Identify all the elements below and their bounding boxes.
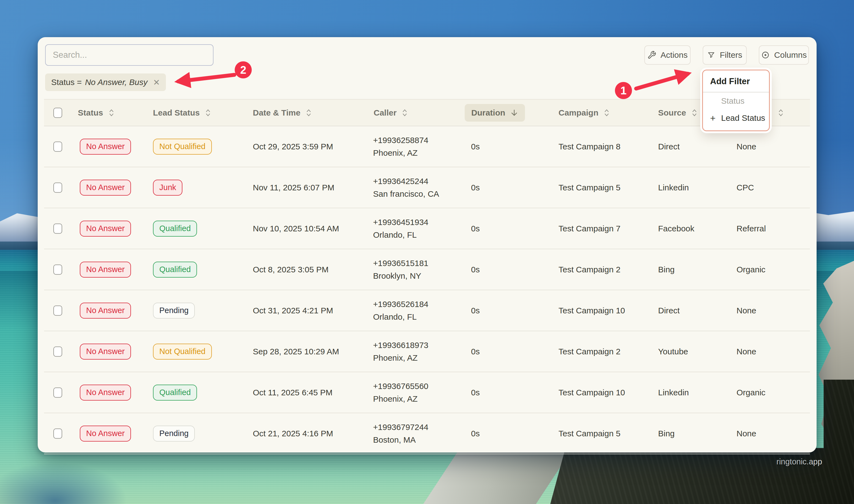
filter-chip-label: Status =	[51, 77, 82, 87]
lead-status-badge: Pending	[153, 426, 195, 442]
caller-phone: +19936797244	[373, 421, 429, 434]
medium-cell: CPC	[737, 183, 754, 192]
filters-button-label: Filters	[720, 50, 742, 60]
table-row[interactable]: No Answer Pending Oct 21, 2025 4:16 PM +…	[44, 413, 810, 454]
select-all-checkbox[interactable]	[53, 108, 62, 118]
medium-cell: Organic	[737, 265, 765, 274]
table-header-row: Status Lead Status Date & Time Caller Du	[44, 99, 810, 126]
row-checkbox[interactable]	[53, 264, 62, 274]
search-input[interactable]	[45, 44, 214, 66]
medium-cell: None	[737, 142, 756, 151]
row-checkbox[interactable]	[53, 305, 62, 316]
caller-location: Phoenix, AZ	[373, 147, 429, 159]
columns-button[interactable]: Columns	[759, 46, 809, 65]
lead-status-badge: Qualified	[153, 262, 197, 277]
caller-phone: +19936526184	[373, 298, 429, 311]
datetime-cell: Oct 29, 2025 3:59 PM	[253, 142, 333, 151]
table-row[interactable]: No Answer Not Qualified Sep 28, 2025 10:…	[44, 331, 810, 372]
sort-icon	[603, 108, 610, 117]
column-header-campaign[interactable]: Campaign	[559, 108, 610, 118]
datetime-cell: Oct 11, 2025 6:45 PM	[253, 388, 333, 397]
duration-cell: 0s	[471, 183, 480, 192]
source-cell: Bing	[658, 265, 675, 274]
column-header-status[interactable]: Status	[78, 108, 115, 118]
table-row[interactable]: No Answer Junk Nov 11, 2025 6:07 PM +199…	[44, 167, 810, 208]
sort-desc-arrow-icon	[510, 109, 519, 117]
row-checkbox[interactable]	[53, 223, 62, 234]
status-badge: No Answer	[80, 262, 131, 277]
row-checkbox[interactable]	[53, 141, 62, 151]
medium-cell: None	[737, 306, 756, 315]
table-row[interactable]: No Answer Qualified Nov 10, 2025 10:54 A…	[44, 208, 810, 249]
lead-status-badge: Pending	[153, 303, 195, 319]
medium-cell: Organic	[737, 388, 765, 397]
datetime-cell: Oct 21, 2025 4:16 PM	[253, 429, 333, 438]
table-row[interactable]: No Answer Pending Oct 31, 2025 4:21 PM +…	[44, 290, 810, 331]
status-badge: No Answer	[80, 221, 131, 237]
status-badge: No Answer	[80, 303, 131, 319]
actions-button[interactable]: Actions	[644, 46, 691, 65]
dropdown-item-lead-status[interactable]: + Lead Status	[703, 109, 769, 127]
caller-phone: +19936618973	[373, 339, 429, 352]
sort-icon	[108, 108, 115, 117]
filter-chip[interactable]: Status = No Answer, Busy ✕	[45, 73, 166, 91]
duration-cell: 0s	[471, 306, 480, 315]
status-badge: No Answer	[80, 426, 131, 442]
app-window: Status = No Answer, Busy ✕ Actions Filte…	[38, 37, 817, 453]
caller-phone: +19936451934	[373, 216, 429, 229]
status-badge: No Answer	[80, 139, 131, 155]
lead-status-badge: Junk	[153, 180, 182, 196]
row-checkbox[interactable]	[53, 182, 62, 193]
caller-cell: +19936765560 Phoenix, AZ	[373, 380, 429, 405]
funnel-icon	[707, 51, 715, 59]
caller-phone: +19936258874	[373, 134, 429, 147]
campaign-cell: Test Campaign 5	[559, 429, 620, 438]
caller-location: Orlando, FL	[373, 229, 429, 241]
sort-icon	[691, 108, 698, 117]
lead-status-badge: Not Qualified	[153, 344, 212, 360]
watermark-text: ringtonic.app	[777, 457, 822, 466]
sort-icon	[778, 108, 784, 117]
campaign-cell: Test Campaign 2	[559, 265, 620, 274]
source-cell: Direct	[658, 142, 679, 151]
columns-button-label: Columns	[774, 50, 807, 60]
row-checkbox[interactable]	[53, 388, 62, 398]
calls-table: Status Lead Status Date & Time Caller Du	[44, 99, 810, 454]
campaign-cell: Test Campaign 8	[559, 142, 620, 151]
caller-location: San francisco, CA	[373, 187, 439, 200]
datetime-cell: Oct 8, 2025 3:05 PM	[253, 265, 328, 274]
campaign-cell: Test Campaign 5	[559, 183, 620, 192]
sort-icon	[401, 108, 408, 117]
caller-phone: +19936765560	[373, 380, 429, 393]
column-header-caller[interactable]: Caller	[374, 108, 408, 118]
source-cell: Bing	[658, 429, 675, 438]
lead-status-badge: Qualified	[153, 221, 197, 237]
lead-status-badge: Qualified	[153, 384, 197, 400]
table-row[interactable]: No Answer Not Qualified Oct 29, 2025 3:5…	[44, 126, 810, 167]
row-checkbox[interactable]	[53, 428, 62, 438]
caller-cell: +19936797244 Boston, MA	[373, 421, 429, 446]
column-header-lead-status[interactable]: Lead Status	[153, 108, 211, 118]
table-row[interactable]: No Answer Qualified Oct 8, 2025 3:05 PM …	[44, 249, 810, 290]
duration-cell: 0s	[471, 142, 480, 151]
campaign-cell: Test Campaign 7	[559, 224, 620, 233]
plus-icon: +	[710, 113, 715, 124]
filters-button[interactable]: Filters	[703, 46, 747, 65]
actions-button-label: Actions	[660, 50, 688, 60]
column-header-datetime[interactable]: Date & Time	[253, 108, 312, 118]
datetime-cell: Nov 11, 2025 6:07 PM	[253, 183, 334, 192]
datetime-cell: Oct 31, 2025 4:21 PM	[253, 306, 333, 315]
caller-cell: +19936515181 Brooklyn, NY	[373, 257, 429, 282]
duration-cell: 0s	[471, 224, 480, 233]
column-header-medium[interactable]	[773, 108, 784, 117]
table-row[interactable]: No Answer Qualified Oct 11, 2025 6:45 PM…	[44, 372, 810, 413]
caller-location: Boston, MA	[373, 434, 429, 446]
column-header-source[interactable]: Source	[658, 108, 698, 118]
caller-cell: +19936451934 Orlando, FL	[373, 216, 429, 241]
columns-eye-icon	[761, 51, 770, 59]
column-header-duration[interactable]: Duration	[465, 104, 525, 122]
filter-chip-close-icon[interactable]: ✕	[153, 77, 160, 87]
sort-icon	[305, 108, 312, 117]
row-checkbox[interactable]	[53, 346, 62, 357]
datetime-cell: Sep 28, 2025 10:29 AM	[253, 347, 339, 356]
